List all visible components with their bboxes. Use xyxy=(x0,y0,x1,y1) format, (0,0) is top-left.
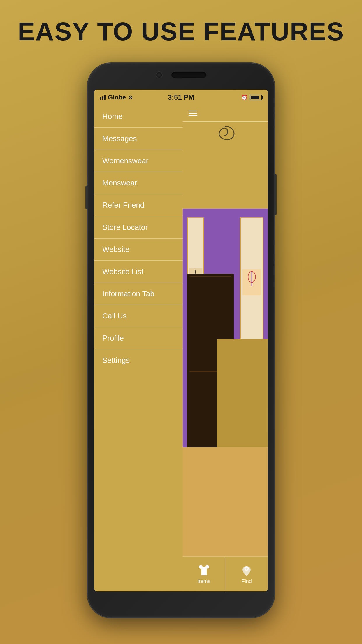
phone-speaker xyxy=(171,72,206,78)
phone-screen: Globe ⊜ 3:51 PM ⏰ Home xyxy=(94,90,268,591)
menu-item-website-list[interactable]: Website List xyxy=(94,261,183,283)
menu-item-call-us[interactable]: Call Us xyxy=(94,305,183,327)
wifi-icon: ⊜ xyxy=(128,94,133,101)
hamburger-menu-icon[interactable] xyxy=(189,111,197,116)
menu-item-profile[interactable]: Profile xyxy=(94,327,183,349)
menu-item-refer-friend[interactable]: Refer Friend xyxy=(94,194,183,216)
battery-icon xyxy=(250,94,262,100)
hamburger-line-2 xyxy=(189,113,197,114)
menu-item-home[interactable]: Home xyxy=(94,106,183,128)
signal-bars-icon xyxy=(100,95,106,100)
carrier-label: Globe xyxy=(108,94,126,101)
status-right: ⏰ xyxy=(241,94,262,101)
page-title: EASY TO USE FEATURES xyxy=(6,18,356,46)
phone-top-bar xyxy=(123,71,239,78)
menu-panel: Home Messages Womenswear Menswear Refer … xyxy=(94,106,183,591)
status-bar: Globe ⊜ 3:51 PM ⏰ xyxy=(94,90,268,106)
shirt-icon xyxy=(197,563,211,577)
phone-shell: Globe ⊜ 3:51 PM ⏰ Home xyxy=(88,63,274,617)
logo-swirl-icon xyxy=(214,123,237,151)
phone-device: Globe ⊜ 3:51 PM ⏰ Home xyxy=(88,63,274,617)
menu-item-store-locator[interactable]: Store Locator xyxy=(94,216,183,239)
hamburger-line-3 xyxy=(189,115,197,116)
tab-item-find[interactable]: Find xyxy=(225,556,268,591)
battery-fill xyxy=(251,96,259,99)
phone-camera xyxy=(156,71,163,78)
menu-item-settings[interactable]: Settings xyxy=(94,349,183,371)
hamburger-line-1 xyxy=(189,111,197,111)
status-time: 3:51 PM xyxy=(168,93,194,102)
location-icon xyxy=(240,563,253,577)
tab-find-label: Find xyxy=(242,578,252,584)
tab-items-label: Items xyxy=(198,578,210,584)
tab-bar: Items Find xyxy=(183,556,268,591)
menu-item-messages[interactable]: Messages xyxy=(94,128,183,150)
menu-item-menswear[interactable]: Menswear xyxy=(94,172,183,194)
shelf-row-1 xyxy=(189,276,232,277)
alarm-icon: ⏰ xyxy=(241,94,247,101)
menu-item-website[interactable]: Website xyxy=(94,239,183,261)
tab-item-items[interactable]: Items xyxy=(183,556,226,591)
right-header xyxy=(183,106,268,122)
screen-content: Home Messages Womenswear Menswear Refer … xyxy=(94,106,268,591)
wall-art-right xyxy=(240,217,264,348)
store-image xyxy=(183,122,268,556)
menu-item-information-tab[interactable]: Information Tab xyxy=(94,283,183,305)
store-floor xyxy=(183,447,268,556)
status-left: Globe ⊜ xyxy=(100,94,133,101)
menu-item-womenswear[interactable]: Womenswear xyxy=(94,150,183,172)
store-decor xyxy=(183,122,268,556)
right-panel: Items Find xyxy=(183,106,268,591)
store-ceiling xyxy=(183,122,268,209)
